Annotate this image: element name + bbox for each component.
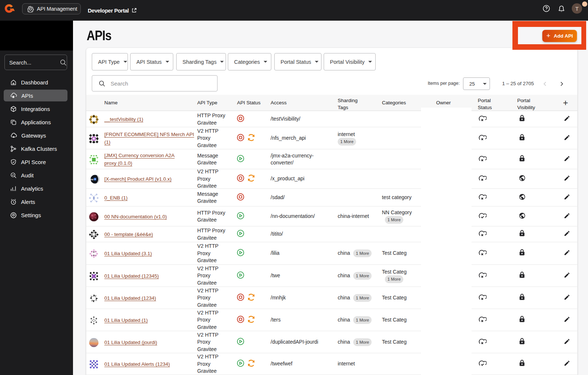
svg-text:2: 2	[94, 178, 96, 180]
svg-text:ine: ine	[90, 178, 94, 181]
